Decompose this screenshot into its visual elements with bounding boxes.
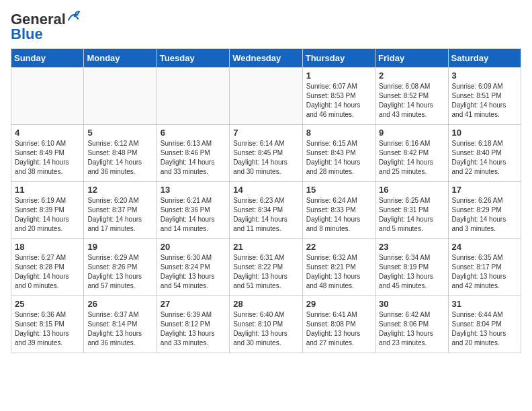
calendar-cell: 25Sunrise: 6:36 AM Sunset: 8:15 PM Dayli… xyxy=(11,296,84,353)
day-number: 26 xyxy=(87,299,152,309)
day-info: Sunrise: 6:26 AM Sunset: 8:29 PM Dayligh… xyxy=(452,196,517,234)
day-number: 24 xyxy=(452,242,517,252)
calendar-cell: 16Sunrise: 6:25 AM Sunset: 8:31 PM Dayli… xyxy=(375,182,448,239)
day-info: Sunrise: 6:35 AM Sunset: 8:17 PM Dayligh… xyxy=(452,253,517,291)
day-number: 8 xyxy=(306,128,371,138)
col-header-sunday: Sunday xyxy=(11,49,84,68)
day-info: Sunrise: 6:09 AM Sunset: 8:51 PM Dayligh… xyxy=(452,82,517,120)
day-info: Sunrise: 6:16 AM Sunset: 8:42 PM Dayligh… xyxy=(379,139,444,177)
day-number: 12 xyxy=(87,185,152,195)
day-number: 1 xyxy=(306,71,371,81)
col-header-monday: Monday xyxy=(84,49,157,68)
calendar-cell: 12Sunrise: 6:20 AM Sunset: 8:37 PM Dayli… xyxy=(84,182,157,239)
day-info: Sunrise: 6:13 AM Sunset: 8:46 PM Dayligh… xyxy=(161,139,226,177)
calendar-cell: 14Sunrise: 6:23 AM Sunset: 8:34 PM Dayli… xyxy=(230,182,302,239)
day-number: 3 xyxy=(452,71,517,81)
day-number: 21 xyxy=(233,242,298,252)
calendar-cell: 26Sunrise: 6:37 AM Sunset: 8:14 PM Dayli… xyxy=(84,296,157,353)
calendar-cell: 23Sunrise: 6:34 AM Sunset: 8:19 PM Dayli… xyxy=(375,239,448,296)
calendar-cell: 27Sunrise: 6:39 AM Sunset: 8:12 PM Dayli… xyxy=(157,296,229,353)
day-number: 17 xyxy=(452,185,517,195)
calendar-cell: 1Sunrise: 6:07 AM Sunset: 8:53 PM Daylig… xyxy=(302,68,375,125)
calendar-cell: 29Sunrise: 6:41 AM Sunset: 8:08 PM Dayli… xyxy=(302,296,375,353)
day-info: Sunrise: 6:21 AM Sunset: 8:36 PM Dayligh… xyxy=(161,196,226,234)
day-info: Sunrise: 6:32 AM Sunset: 8:21 PM Dayligh… xyxy=(306,253,371,291)
logo: General Blue xyxy=(11,11,82,43)
calendar-cell xyxy=(84,68,157,125)
day-number: 16 xyxy=(379,185,444,195)
day-number: 25 xyxy=(15,299,80,309)
logo-blue: Blue xyxy=(11,26,43,43)
calendar-cell xyxy=(230,68,302,125)
day-info: Sunrise: 6:14 AM Sunset: 8:45 PM Dayligh… xyxy=(233,139,298,177)
calendar-cell: 11Sunrise: 6:19 AM Sunset: 8:39 PM Dayli… xyxy=(11,182,84,239)
calendar-week-1: 1Sunrise: 6:07 AM Sunset: 8:53 PM Daylig… xyxy=(11,68,521,125)
calendar-cell: 24Sunrise: 6:35 AM Sunset: 8:17 PM Dayli… xyxy=(448,239,521,296)
day-info: Sunrise: 6:41 AM Sunset: 8:08 PM Dayligh… xyxy=(306,310,371,348)
day-info: Sunrise: 6:44 AM Sunset: 8:04 PM Dayligh… xyxy=(452,310,517,348)
calendar-cell: 6Sunrise: 6:13 AM Sunset: 8:46 PM Daylig… xyxy=(157,125,229,182)
calendar-cell: 21Sunrise: 6:31 AM Sunset: 8:22 PM Dayli… xyxy=(230,239,302,296)
day-info: Sunrise: 6:12 AM Sunset: 8:48 PM Dayligh… xyxy=(87,139,152,177)
day-info: Sunrise: 6:39 AM Sunset: 8:12 PM Dayligh… xyxy=(161,310,226,348)
day-number: 27 xyxy=(161,299,226,309)
calendar-cell: 5Sunrise: 6:12 AM Sunset: 8:48 PM Daylig… xyxy=(84,125,157,182)
day-info: Sunrise: 6:19 AM Sunset: 8:39 PM Dayligh… xyxy=(15,196,80,234)
calendar-cell: 30Sunrise: 6:42 AM Sunset: 8:06 PM Dayli… xyxy=(375,296,448,353)
day-info: Sunrise: 6:29 AM Sunset: 8:26 PM Dayligh… xyxy=(87,253,152,291)
day-info: Sunrise: 6:36 AM Sunset: 8:15 PM Dayligh… xyxy=(15,310,80,348)
day-number: 29 xyxy=(306,299,371,309)
day-number: 7 xyxy=(233,128,298,138)
calendar-cell: 15Sunrise: 6:24 AM Sunset: 8:33 PM Dayli… xyxy=(302,182,375,239)
day-number: 11 xyxy=(15,185,80,195)
day-number: 19 xyxy=(87,242,152,252)
day-number: 30 xyxy=(379,299,444,309)
calendar-cell: 20Sunrise: 6:30 AM Sunset: 8:24 PM Dayli… xyxy=(157,239,229,296)
col-header-wednesday: Wednesday xyxy=(230,49,302,68)
day-info: Sunrise: 6:25 AM Sunset: 8:31 PM Dayligh… xyxy=(379,196,444,234)
day-number: 22 xyxy=(306,242,371,252)
day-number: 2 xyxy=(379,71,444,81)
calendar-cell: 2Sunrise: 6:08 AM Sunset: 8:52 PM Daylig… xyxy=(375,68,448,125)
day-number: 28 xyxy=(233,299,298,309)
day-info: Sunrise: 6:20 AM Sunset: 8:37 PM Dayligh… xyxy=(87,196,152,234)
day-info: Sunrise: 6:37 AM Sunset: 8:14 PM Dayligh… xyxy=(87,310,152,348)
day-info: Sunrise: 6:08 AM Sunset: 8:52 PM Dayligh… xyxy=(379,82,444,120)
col-header-saturday: Saturday xyxy=(448,49,521,68)
calendar-cell: 31Sunrise: 6:44 AM Sunset: 8:04 PM Dayli… xyxy=(448,296,521,353)
calendar-week-2: 4Sunrise: 6:10 AM Sunset: 8:49 PM Daylig… xyxy=(11,125,521,182)
day-number: 23 xyxy=(379,242,444,252)
calendar-week-5: 25Sunrise: 6:36 AM Sunset: 8:15 PM Dayli… xyxy=(11,296,521,353)
calendar-cell: 7Sunrise: 6:14 AM Sunset: 8:45 PM Daylig… xyxy=(230,125,302,182)
day-info: Sunrise: 6:42 AM Sunset: 8:06 PM Dayligh… xyxy=(379,310,444,348)
day-info: Sunrise: 6:34 AM Sunset: 8:19 PM Dayligh… xyxy=(379,253,444,291)
day-number: 5 xyxy=(87,128,152,138)
day-info: Sunrise: 6:07 AM Sunset: 8:53 PM Dayligh… xyxy=(306,82,371,120)
calendar-week-4: 18Sunrise: 6:27 AM Sunset: 8:28 PM Dayli… xyxy=(11,239,521,296)
calendar-cell: 10Sunrise: 6:18 AM Sunset: 8:40 PM Dayli… xyxy=(448,125,521,182)
calendar-cell: 4Sunrise: 6:10 AM Sunset: 8:49 PM Daylig… xyxy=(11,125,84,182)
header: General Blue xyxy=(11,11,521,43)
calendar-cell: 22Sunrise: 6:32 AM Sunset: 8:21 PM Dayli… xyxy=(302,239,375,296)
day-number: 20 xyxy=(161,242,226,252)
calendar-header-row: SundayMondayTuesdayWednesdayThursdayFrid… xyxy=(11,49,521,68)
day-info: Sunrise: 6:31 AM Sunset: 8:22 PM Dayligh… xyxy=(233,253,298,291)
calendar-table: SundayMondayTuesdayWednesdayThursdayFrid… xyxy=(11,48,521,353)
day-info: Sunrise: 6:24 AM Sunset: 8:33 PM Dayligh… xyxy=(306,196,371,234)
calendar-week-3: 11Sunrise: 6:19 AM Sunset: 8:39 PM Dayli… xyxy=(11,182,521,239)
calendar-cell: 19Sunrise: 6:29 AM Sunset: 8:26 PM Dayli… xyxy=(84,239,157,296)
day-info: Sunrise: 6:23 AM Sunset: 8:34 PM Dayligh… xyxy=(233,196,298,234)
calendar-cell: 8Sunrise: 6:15 AM Sunset: 8:43 PM Daylig… xyxy=(302,125,375,182)
day-number: 10 xyxy=(452,128,517,138)
calendar-cell: 18Sunrise: 6:27 AM Sunset: 8:28 PM Dayli… xyxy=(11,239,84,296)
calendar-cell: 28Sunrise: 6:40 AM Sunset: 8:10 PM Dayli… xyxy=(230,296,302,353)
calendar-cell xyxy=(11,68,84,125)
page-container: General Blue SundayMondayTuesdayWednesda… xyxy=(11,11,521,353)
calendar-cell: 3Sunrise: 6:09 AM Sunset: 8:51 PM Daylig… xyxy=(448,68,521,125)
day-info: Sunrise: 6:40 AM Sunset: 8:10 PM Dayligh… xyxy=(233,310,298,348)
calendar-cell: 13Sunrise: 6:21 AM Sunset: 8:36 PM Dayli… xyxy=(157,182,229,239)
day-number: 9 xyxy=(379,128,444,138)
calendar-cell xyxy=(157,68,229,125)
day-number: 31 xyxy=(452,299,517,309)
day-info: Sunrise: 6:18 AM Sunset: 8:40 PM Dayligh… xyxy=(452,139,517,177)
